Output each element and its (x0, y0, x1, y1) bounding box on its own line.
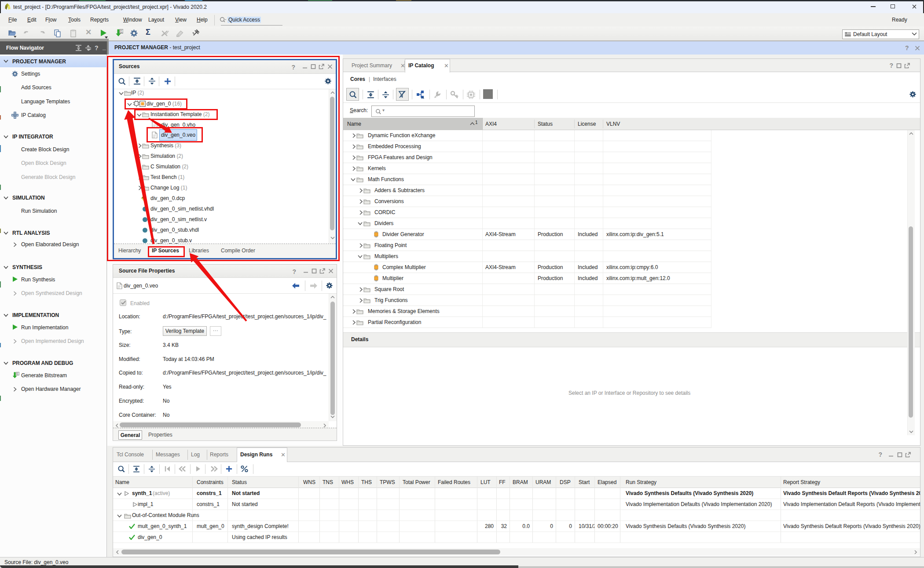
svg-text:10: 10 (17, 374, 18, 375)
svg-text:10: 10 (120, 31, 122, 33)
